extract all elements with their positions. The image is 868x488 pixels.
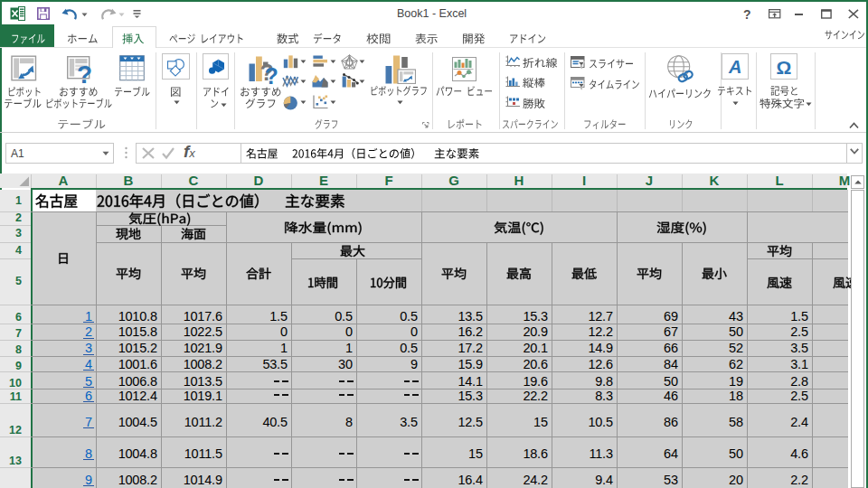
- svg-text:?: ?: [77, 61, 92, 87]
- svg-text:?: ?: [265, 63, 278, 84]
